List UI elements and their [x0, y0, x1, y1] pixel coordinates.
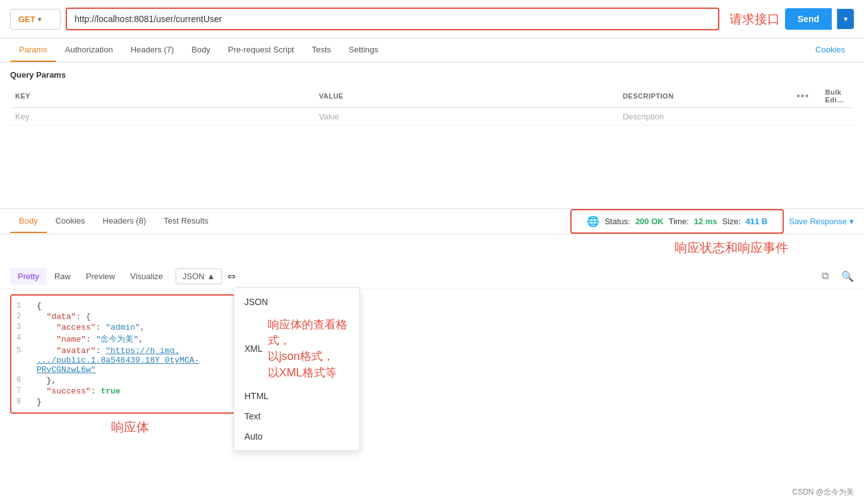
body-tab-visualize[interactable]: Visualize [123, 268, 171, 285]
tab-body[interactable]: Body [183, 39, 219, 62]
code-line-2: 2 "data": { [11, 311, 249, 322]
resp-tab-headers[interactable]: Headers (8) [94, 210, 155, 233]
globe-icon: 🌐 [587, 215, 599, 227]
chevron-up-icon: ▲ [207, 272, 215, 281]
body-format-row: Pretty Raw Preview Visualize JSON ▲ ⇔ ⧉ … [0, 264, 864, 289]
annotation-response-body: 响应体 [10, 419, 250, 436]
code-line-1: 1 { [11, 301, 249, 311]
bulk-edit-header[interactable]: Bulk Edi... [820, 85, 854, 108]
json-code-block: 1 { 2 "data": { 3 "access": "admin", 4 [10, 294, 250, 414]
params-table: KEY VALUE DESCRIPTION ••• Bulk Edi... Ke… [10, 85, 854, 126]
code-line-4: 4 "name": "念今为美", [11, 333, 249, 345]
tab-authorization[interactable]: Authorization [56, 39, 122, 62]
response-tabs: Body Cookies Headers (8) Test Results 🌐 … [0, 209, 864, 234]
format-option-xml[interactable]: XML 响应体的查看格式， 以json格式， 以XML格式等 [234, 312, 359, 386]
resp-tab-body[interactable]: Body [10, 210, 47, 233]
tab-params[interactable]: Params [10, 39, 56, 62]
request-tabs: Params Authorization Headers (7) Body Pr… [0, 39, 864, 63]
description-cell[interactable]: Description [618, 108, 786, 126]
copy-icon[interactable]: ⧉ [822, 270, 829, 282]
resp-tab-test-results[interactable]: Test Results [155, 210, 217, 233]
query-params-title: Query Params [10, 70, 854, 80]
search-icon[interactable]: 🔍 [841, 270, 854, 282]
col-key-header: KEY [10, 85, 314, 108]
col-description-header: DESCRIPTION [618, 85, 786, 108]
tab-tests[interactable]: Tests [303, 39, 340, 62]
chevron-down-icon: ▾ [38, 16, 41, 23]
status-value: 200 OK [635, 217, 664, 226]
format-option-html[interactable]: HTML [234, 386, 359, 406]
format-dropdown[interactable]: JSON ▲ [176, 268, 222, 284]
save-response-label: Save Response [789, 217, 847, 226]
code-line-6: 6 }, [11, 375, 249, 386]
url-input[interactable] [75, 14, 711, 24]
resp-tab-cookies[interactable]: Cookies [47, 210, 94, 233]
chevron-down-icon: ▾ [849, 217, 854, 226]
format-popup: JSON XML 响应体的查看格式， 以json格式， 以XML格式等 HTML… [234, 287, 360, 441]
send-dropdown-button[interactable]: ▾ [837, 9, 854, 29]
main-layout: 1 { 2 "data": { 3 "access": "admin", 4 [0, 289, 864, 441]
tab-pre-request[interactable]: Pre-request Script [219, 39, 303, 62]
tab-settings[interactable]: Settings [340, 39, 387, 62]
size-label: Size: [723, 217, 741, 226]
annotation-request-interface: 请求接口 [729, 11, 780, 28]
code-line-8: 8 } [11, 397, 249, 407]
time-label: Time: [669, 217, 689, 226]
body-tab-raw[interactable]: Raw [47, 268, 78, 285]
wrap-icon[interactable]: ⇔ [227, 270, 236, 282]
col-opts-header: ••• [786, 85, 820, 108]
divider [0, 133, 864, 209]
url-bar: GET ▾ 请求接口 Send ▾ [0, 0, 864, 39]
format-option-text[interactable]: Text [234, 406, 359, 426]
send-button[interactable]: Send [785, 8, 832, 30]
format-xml-label: XML [244, 344, 263, 354]
code-line-5: 5 "avatar": "https://h img. .../public.1… [11, 345, 249, 375]
code-line-7: 7 "success": true [11, 386, 249, 397]
code-line-3: 3 "access": "admin", [11, 322, 249, 333]
body-tab-preview[interactable]: Preview [78, 268, 123, 285]
method-dropdown[interactable]: GET ▾ [10, 9, 61, 30]
time-value: 12 ms [694, 217, 717, 226]
annotation-format-options: 响应体的查看格式， 以json格式， 以XML格式等 [268, 317, 349, 381]
save-response-button[interactable]: Save Response ▾ [789, 217, 854, 226]
status-label: Status: [604, 217, 630, 226]
query-params-section: Query Params KEY VALUE DESCRIPTION ••• B… [0, 63, 864, 133]
value-cell[interactable]: Value [314, 108, 618, 126]
table-row: Key Value Description [10, 108, 854, 126]
col-value-header: VALUE [314, 85, 618, 108]
size-value: 411 B [746, 217, 768, 226]
tab-headers[interactable]: Headers (7) [122, 39, 183, 62]
cookies-link[interactable]: Cookies [807, 39, 854, 62]
format-option-json[interactable]: JSON [234, 292, 359, 312]
format-option-auto[interactable]: Auto [234, 426, 359, 441]
three-dots-icon: ••• [796, 91, 810, 101]
method-label: GET [18, 15, 35, 24]
key-cell[interactable]: Key [10, 108, 314, 126]
url-input-wrapper [66, 8, 719, 30]
annotation-response-status: 响应状态和响应事件 [675, 239, 788, 256]
body-tab-pretty[interactable]: Pretty [10, 268, 47, 285]
format-selected: JSON [183, 272, 205, 281]
status-box: 🌐 Status: 200 OK Time: 12 ms Size: 411 B [570, 209, 784, 234]
